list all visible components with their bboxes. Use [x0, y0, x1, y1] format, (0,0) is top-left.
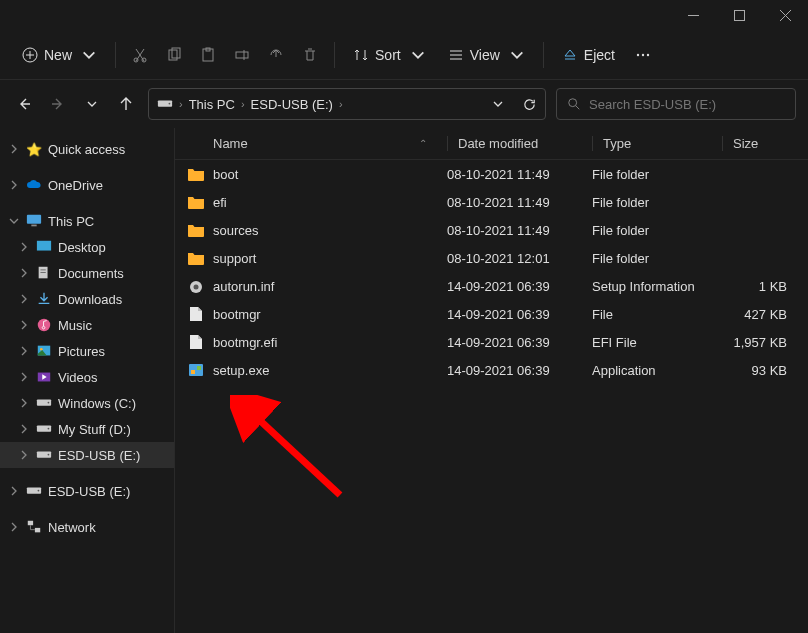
- file-icon: [187, 306, 205, 322]
- sidebar-item-esd-usb-root[interactable]: ESD-USB (E:): [0, 478, 174, 504]
- more-button[interactable]: [627, 41, 659, 69]
- forward-button[interactable]: [46, 92, 70, 116]
- paste-button[interactable]: [192, 41, 224, 69]
- file-row[interactable]: support 08-10-2021 12:01 File folder: [175, 244, 808, 272]
- arrow-up-icon: [118, 96, 134, 112]
- search-box[interactable]: [556, 88, 796, 120]
- sidebar-item-desktop[interactable]: Desktop: [0, 234, 174, 260]
- eject-icon: [562, 47, 578, 63]
- chevron-down-icon[interactable]: [492, 98, 504, 110]
- downloads-icon: [36, 291, 52, 307]
- sidebar-label: Videos: [58, 370, 98, 385]
- search-input[interactable]: [589, 97, 785, 112]
- file-date: 14-09-2021 06:39: [447, 307, 592, 322]
- breadcrumb-esd-usb[interactable]: ESD-USB (E:): [251, 97, 333, 112]
- file-row[interactable]: boot 08-10-2021 11:49 File folder: [175, 160, 808, 188]
- column-name[interactable]: Name⌃: [187, 136, 447, 151]
- column-date[interactable]: Date modified: [447, 136, 592, 151]
- drive-icon: [36, 395, 52, 411]
- folder-icon: [187, 222, 205, 238]
- search-icon: [567, 97, 581, 111]
- svg-point-18: [637, 53, 639, 55]
- up-button[interactable]: [114, 92, 138, 116]
- file-date: 08-10-2021 12:01: [447, 251, 592, 266]
- close-button[interactable]: [762, 0, 808, 30]
- delete-button[interactable]: [294, 41, 326, 69]
- file-pane: Name⌃ Date modified Type Size boot 08-10…: [175, 128, 808, 633]
- rename-button[interactable]: [226, 41, 258, 69]
- maximize-button[interactable]: [716, 0, 762, 30]
- view-label: View: [470, 47, 500, 63]
- view-button[interactable]: View: [438, 41, 535, 69]
- sort-button[interactable]: Sort: [343, 41, 436, 69]
- cloud-icon: [26, 177, 42, 193]
- sidebar-item-windows-c[interactable]: Windows (C:): [0, 390, 174, 416]
- share-button[interactable]: [260, 41, 292, 69]
- desktop-icon: [36, 239, 52, 255]
- eject-button[interactable]: Eject: [552, 41, 625, 69]
- sidebar-label: Desktop: [58, 240, 106, 255]
- cut-button[interactable]: [124, 41, 156, 69]
- file-row[interactable]: setup.exe 14-09-2021 06:39 Application 9…: [175, 356, 808, 384]
- new-button[interactable]: New: [12, 41, 107, 69]
- file-row[interactable]: efi 08-10-2021 11:49 File folder: [175, 188, 808, 216]
- cut-icon: [132, 47, 148, 63]
- column-size[interactable]: Size: [722, 136, 802, 151]
- chevron-down-icon: [8, 215, 20, 227]
- sidebar-label: Downloads: [58, 292, 122, 307]
- sidebar-item-this-pc[interactable]: This PC: [0, 208, 174, 234]
- sidebar-item-music[interactable]: Music: [0, 312, 174, 338]
- arrow-left-icon: [16, 96, 32, 112]
- svg-rect-24: [40, 269, 45, 270]
- sidebar-item-onedrive[interactable]: OneDrive: [0, 172, 174, 198]
- back-button[interactable]: [12, 92, 36, 116]
- folder-icon: [187, 250, 205, 266]
- chevron-right-icon: [18, 345, 30, 357]
- file-type: Setup Information: [592, 279, 722, 294]
- file-name: bootmgr: [213, 307, 261, 322]
- chevron-right-icon: [18, 449, 30, 461]
- svg-rect-22: [37, 241, 51, 251]
- file-row[interactable]: bootmgr.efi 14-09-2021 06:39 EFI File 1,…: [175, 328, 808, 356]
- file-row[interactable]: sources 08-10-2021 11:49 File folder: [175, 216, 808, 244]
- folder-icon: [187, 166, 205, 182]
- sidebar-item-network[interactable]: Network: [0, 514, 174, 540]
- sidebar-item-downloads[interactable]: Downloads: [0, 286, 174, 312]
- sidebar-label: ESD-USB (E:): [48, 484, 130, 499]
- address-bar[interactable]: › This PC › ESD-USB (E:) ›: [148, 88, 546, 120]
- file-type: EFI File: [592, 335, 722, 350]
- refresh-icon[interactable]: [522, 97, 537, 112]
- minimize-button[interactable]: [670, 0, 716, 30]
- file-date: 14-09-2021 06:39: [447, 363, 592, 378]
- drive-icon: [157, 96, 173, 112]
- file-row[interactable]: bootmgr 14-09-2021 06:39 File 427 KB: [175, 300, 808, 328]
- documents-icon: [36, 265, 52, 281]
- sidebar-label: Network: [48, 520, 96, 535]
- sidebar-item-quick-access[interactable]: ⭐ Quick access: [0, 136, 174, 162]
- sidebar: ⭐ Quick access OneDrive This PC Desktop …: [0, 128, 175, 633]
- chevron-right-icon: [8, 143, 20, 155]
- breadcrumb-sep: ›: [241, 98, 245, 110]
- file-name: support: [213, 251, 256, 266]
- column-type[interactable]: Type: [592, 136, 722, 151]
- sidebar-item-esd-usb[interactable]: ESD-USB (E:): [0, 442, 174, 468]
- file-row[interactable]: autorun.inf 14-09-2021 06:39 Setup Infor…: [175, 272, 808, 300]
- sidebar-item-videos[interactable]: Videos: [0, 364, 174, 390]
- file-date: 14-09-2021 06:39: [447, 335, 592, 350]
- file-icon: [187, 334, 205, 350]
- sidebar-item-my-stuff[interactable]: My Stuff (D:): [0, 416, 174, 442]
- file-size: 93 KB: [722, 363, 802, 378]
- file-type: File folder: [592, 167, 722, 182]
- svg-rect-30: [28, 521, 33, 525]
- sidebar-item-pictures[interactable]: Pictures: [0, 338, 174, 364]
- videos-icon: [36, 369, 52, 385]
- recent-button[interactable]: [80, 92, 104, 116]
- chevron-down-icon: [86, 98, 98, 110]
- file-type: File folder: [592, 223, 722, 238]
- more-icon: [635, 47, 651, 63]
- copy-button[interactable]: [158, 41, 190, 69]
- breadcrumb-this-pc[interactable]: This PC: [189, 97, 235, 112]
- svg-rect-9: [734, 10, 744, 20]
- sort-indicator-icon: ⌃: [419, 138, 427, 149]
- sidebar-item-documents[interactable]: Documents: [0, 260, 174, 286]
